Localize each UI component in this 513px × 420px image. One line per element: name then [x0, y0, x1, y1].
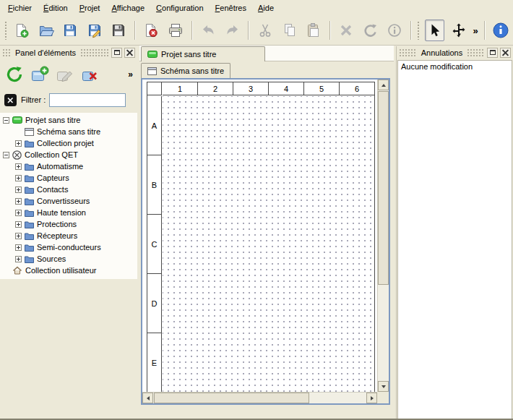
undo-button[interactable] [199, 20, 218, 41]
clear-filter-button[interactable] [4, 93, 17, 107]
tree-item-collection-projet[interactable]: Collection projet [0, 137, 137, 149]
expand-expander-icon[interactable] [15, 256, 22, 262]
expand-expander-icon[interactable] [15, 198, 22, 205]
expand-expander-icon[interactable] [15, 210, 22, 216]
tree-item-contacts[interactable]: Contacts [0, 184, 137, 195]
delete-element-icon [81, 65, 100, 84]
filter-input[interactable] [49, 93, 126, 107]
reload-collections-button[interactable] [3, 63, 26, 86]
toolbar-grip[interactable] [417, 21, 420, 40]
tree-item-collection-utilisateur[interactable]: Collection utilisateur [0, 265, 137, 276]
dock-grip[interactable] [2, 48, 11, 56]
folder-icon [25, 255, 34, 263]
diagram-sheet[interactable]: 1 2 3 4 5 6 A B C D E [147, 82, 375, 392]
undo-panel-header[interactable]: Annulations [397, 46, 513, 59]
undo-history-list[interactable]: Aucune modification [397, 60, 512, 419]
menu-configuration[interactable]: Configuration [150, 1, 209, 15]
close-panel-button[interactable] [500, 48, 511, 58]
copy-button[interactable] [280, 20, 299, 41]
tree-item-recepteurs[interactable]: Récepteurs [0, 230, 137, 241]
float-panel-button[interactable] [487, 48, 498, 58]
sheet-grid[interactable] [163, 96, 374, 392]
tree-item-collection-qet[interactable]: Collection QET [0, 149, 137, 160]
collapse-expander-icon[interactable] [3, 152, 9, 158]
scroll-down-button[interactable] [378, 381, 389, 392]
scroll-left-button[interactable] [142, 393, 153, 403]
scrollbar-corner [377, 392, 389, 403]
elements-panel-header[interactable]: Panel d'éléments [0, 46, 137, 59]
menu-edition[interactable]: Édition [38, 1, 74, 15]
tree-item-schema-sans-titre[interactable]: Schéma sans titre [0, 126, 137, 137]
float-panel-button[interactable] [111, 48, 122, 58]
tree-item-label: Automatisme [37, 162, 83, 171]
new-element-button[interactable] [28, 63, 51, 86]
new-file-button[interactable] [12, 20, 32, 41]
redo-button[interactable] [223, 20, 242, 41]
horizontal-scroll-thumb[interactable] [154, 393, 309, 403]
toolbar-overflow-chevron[interactable]: » [470, 25, 480, 36]
delete-element-button[interactable] [79, 63, 102, 86]
expand-expander-icon[interactable] [15, 140, 22, 147]
horizontal-scrollbar[interactable] [142, 392, 377, 403]
diagram-canvas[interactable]: 1 2 3 4 5 6 A B C D E [142, 80, 377, 392]
menu-projet[interactable]: Projet [74, 1, 106, 15]
toolbar-separator [410, 21, 412, 40]
project-icon [147, 51, 158, 58]
vertical-scroll-thumb[interactable] [378, 91, 389, 285]
tree-item-automatisme[interactable]: Automatisme [0, 160, 137, 172]
menu-aide[interactable]: Aide [252, 1, 280, 15]
dock-grip[interactable] [467, 48, 485, 56]
vertical-scrollbar[interactable] [377, 80, 389, 392]
tree-item-projet-sans-titre[interactable]: Projet sans titre [0, 114, 137, 126]
tree-item-capteurs[interactable]: Capteurs [0, 172, 137, 184]
diagram-icon [147, 67, 157, 75]
about-button[interactable] [491, 20, 511, 41]
select-tool-button[interactable] [425, 20, 444, 41]
panel-overflow-chevron[interactable]: » [128, 69, 133, 80]
tree-item-haute-tension[interactable]: Haute tension [0, 207, 137, 218]
folder-icon [25, 140, 34, 147]
rotate-button[interactable] [361, 20, 380, 41]
close-file-button[interactable] [142, 20, 161, 41]
close-panel-button[interactable] [124, 48, 135, 58]
scroll-right-button[interactable] [366, 393, 377, 403]
tree-item-convertisseurs[interactable]: Convertisseurs [0, 195, 137, 207]
undo-panel: Annulations Aucune modification [396, 46, 513, 420]
expand-expander-icon[interactable] [15, 221, 22, 228]
arrow-up-icon [381, 84, 386, 87]
expand-expander-icon[interactable] [15, 163, 22, 170]
folder-icon [25, 232, 34, 240]
dock-grip[interactable] [399, 48, 417, 56]
edit-element-button[interactable] [53, 63, 77, 86]
elements-panel: Panel d'éléments » Filtrer : [0, 46, 137, 420]
tab-schema-sans-titre[interactable]: Schéma sans titre [141, 63, 230, 78]
undo-list-item[interactable]: Aucune modification [398, 61, 512, 72]
collapse-expander-icon[interactable] [3, 117, 9, 124]
expand-expander-icon[interactable] [15, 187, 22, 193]
tab-projet-sans-titre[interactable]: Projet sans titre [141, 46, 265, 61]
expand-expander-icon[interactable] [15, 175, 22, 181]
save-all-button[interactable] [108, 20, 128, 41]
scroll-up-button[interactable] [378, 80, 389, 90]
menu-affichage[interactable]: Affichage [105, 1, 150, 15]
open-button[interactable] [36, 20, 56, 41]
delete-button[interactable] [337, 20, 356, 41]
tree-item-semi-conducteurs[interactable]: Semi-conducteurs [0, 241, 137, 253]
tree-item-protections[interactable]: Protections [0, 218, 137, 230]
tree-item-sources[interactable]: Sources [0, 253, 137, 265]
print-button[interactable] [165, 20, 185, 41]
element-info-button[interactable] [385, 20, 405, 41]
dock-grip[interactable] [80, 48, 109, 56]
expand-expander-icon[interactable] [15, 244, 22, 251]
save-button[interactable] [60, 20, 79, 41]
cut-button[interactable] [255, 20, 275, 41]
menu-fichier[interactable]: Fichier [2, 1, 38, 15]
paste-button[interactable] [303, 20, 323, 41]
expand-expander-icon[interactable] [15, 233, 22, 239]
move-tool-button[interactable] [449, 20, 468, 41]
menu-fenetres[interactable]: Fenêtres [210, 1, 252, 15]
toolbar-grip[interactable] [4, 21, 7, 40]
save-as-button[interactable] [85, 20, 104, 41]
elements-panel-toolbar: » [0, 59, 137, 89]
about-icon [492, 22, 509, 39]
